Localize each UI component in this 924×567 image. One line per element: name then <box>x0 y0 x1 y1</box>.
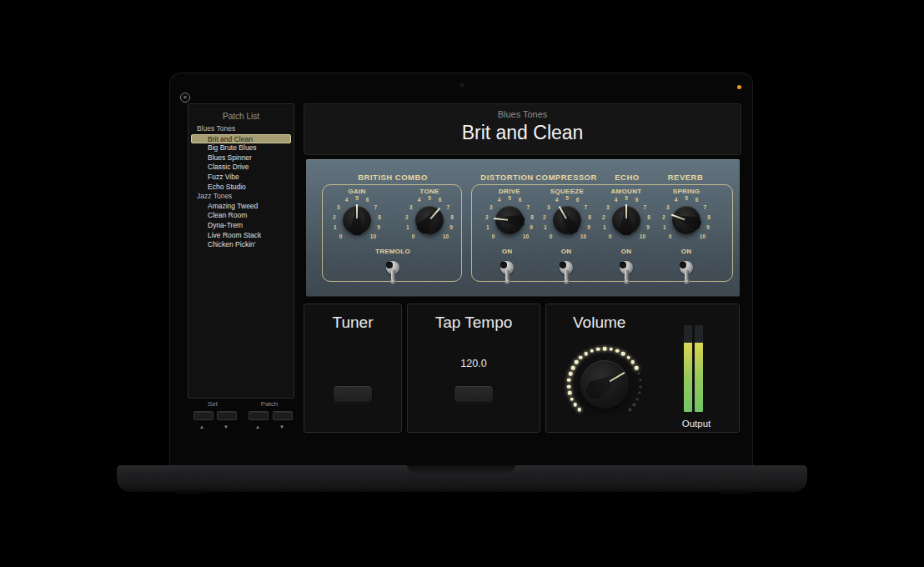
knob-tick: 9 <box>587 224 590 230</box>
knob-tick: 0 <box>492 233 495 239</box>
knob-tick: 5 <box>508 194 511 200</box>
tap-tempo-panel: Tap Tempo 120.0 <box>407 304 540 433</box>
knob-tick: 6 <box>635 197 639 203</box>
knob-tick: 3 <box>606 203 610 209</box>
volume-led-dot <box>629 409 631 411</box>
patch-list-item[interactable]: Classic Drive <box>188 163 294 173</box>
patch-list-title: Patch List <box>188 112 294 121</box>
volume-title: Volume <box>546 314 739 332</box>
patch-label: Patch <box>253 400 286 408</box>
patch-list-item[interactable]: Big Brute Blues <box>188 143 294 153</box>
patch-list-item[interactable]: Brit and Clean <box>191 134 291 144</box>
switch-ball <box>684 279 690 284</box>
amp-section-title: DISTORTION <box>480 173 533 182</box>
patch-list-item[interactable]: Blues Spinner <box>188 153 294 163</box>
tuner-button[interactable] <box>333 385 373 403</box>
toggle-switch-distortion[interactable] <box>497 258 517 287</box>
meter-fill <box>695 343 703 412</box>
patch-list-item[interactable]: Live Room Stack <box>188 231 294 241</box>
volume-led-dot <box>639 379 641 381</box>
volume-led-dot <box>637 373 640 375</box>
knob-tick: 0 <box>669 233 672 239</box>
laptop-base <box>117 465 807 492</box>
volume-led-dot <box>584 352 588 356</box>
knob-drive[interactable]: 012345678910 <box>480 190 540 250</box>
knob-tick: 6 <box>366 197 369 203</box>
volume-led-dot <box>596 347 600 351</box>
patch-down-arrow-icon[interactable]: ▼ <box>277 424 287 429</box>
patch-group-label: Jazz Tones <box>188 192 294 202</box>
toggle-switch-echo[interactable] <box>616 258 636 287</box>
switch-hole <box>500 262 507 268</box>
patch-header: Blues Tones Brit and Clean <box>304 103 741 155</box>
toggle-switch-tremolo[interactable] <box>383 258 403 287</box>
knob-tick: 5 <box>355 194 359 200</box>
knob-tick: 10 <box>700 233 706 239</box>
patch-list-item[interactable]: Amazing Tweed <box>188 202 294 212</box>
patch-list-item[interactable]: Echo Studio <box>188 183 294 193</box>
knob-tone[interactable]: 012345678910 <box>399 190 459 250</box>
volume-led-dot <box>621 352 625 356</box>
knob-tick: 1 <box>544 224 547 230</box>
volume-panel: Volume Output <box>545 304 740 433</box>
bpm-value: 120.0 <box>408 358 540 369</box>
volume-led-dot <box>571 366 575 370</box>
knob-tick: 9 <box>530 224 533 230</box>
knob-tick: 4 <box>555 197 559 203</box>
volume-led-dot <box>567 379 571 383</box>
knob-squeeze[interactable]: 012345678910 <box>537 190 597 250</box>
volume-led-dot <box>639 385 641 388</box>
knob-tick: 9 <box>706 224 710 230</box>
knob-spring[interactable]: 012345678910 <box>656 190 716 250</box>
patch-list-item[interactable]: Dyna-Trem <box>188 221 294 231</box>
patch-next-button[interactable] <box>273 411 293 420</box>
amp-section-title: BRITISH COMBO <box>358 173 428 182</box>
laptop-screen: ✕ Patch List Blues TonesBrit and CleanBi… <box>169 73 753 467</box>
patch-group-name: Blues Tones <box>304 109 741 119</box>
set-up-arrow-icon[interactable]: ▲ <box>197 424 207 429</box>
patch-prev-button[interactable] <box>249 411 269 420</box>
laptop-foot <box>172 490 207 494</box>
switch-hole <box>560 262 566 268</box>
volume-led-dot <box>590 349 594 353</box>
knob-tick: 6 <box>576 197 580 203</box>
toggle-switch-compressor[interactable] <box>556 258 576 287</box>
amp-panel: BRITISH COMBODISTORTIONCOMPRESSORECHOREV… <box>306 159 740 297</box>
current-patch-name: Brit and Clean <box>304 122 741 144</box>
knob-amount[interactable]: 012345678910 <box>596 190 656 250</box>
volume-led-dot <box>636 398 639 400</box>
set-prev-button[interactable] <box>193 411 213 420</box>
knob-tick: 10 <box>640 233 645 239</box>
knob-tick: 5 <box>685 194 688 200</box>
knob-tick: 4 <box>615 197 618 203</box>
patch-list-item[interactable]: Chicken Pickin' <box>188 240 294 250</box>
patch-list-item[interactable]: Clean Room <box>188 211 294 221</box>
volume-led-dot <box>570 397 574 401</box>
switch-ball <box>564 279 570 284</box>
knob-tick: 8 <box>647 213 650 219</box>
knob-tick: 1 <box>663 224 666 230</box>
volume-led-dot <box>568 391 572 395</box>
patch-up-arrow-icon[interactable]: ▲ <box>253 424 263 429</box>
knob-tick: 3 <box>547 203 550 209</box>
knob-tick: 3 <box>337 203 340 209</box>
knob-tick: 2 <box>602 213 605 219</box>
set-down-arrow-icon[interactable]: ▼ <box>221 424 231 429</box>
camera-icon <box>459 83 465 88</box>
knob-tick: 10 <box>580 233 586 239</box>
set-next-button[interactable] <box>217 411 237 420</box>
volume-knob[interactable] <box>563 343 646 426</box>
knob-tick: 6 <box>519 197 522 203</box>
output-label: Output <box>666 419 726 429</box>
switch-label: ON <box>681 248 692 255</box>
knob-gain[interactable]: 012345678910 <box>327 190 387 250</box>
toggle-switch-reverb[interactable] <box>676 258 696 287</box>
knob-tick: 2 <box>485 213 489 219</box>
tap-tempo-button[interactable] <box>454 385 494 403</box>
amp-section-title: ECHO <box>615 173 639 182</box>
knob-tick: 4 <box>498 197 501 203</box>
patch-list-item[interactable]: Fuzz Vibe <box>188 173 294 183</box>
knob-tick: 1 <box>603 224 606 230</box>
close-icon[interactable]: ✕ <box>180 93 190 103</box>
knob-tick: 8 <box>530 213 534 219</box>
